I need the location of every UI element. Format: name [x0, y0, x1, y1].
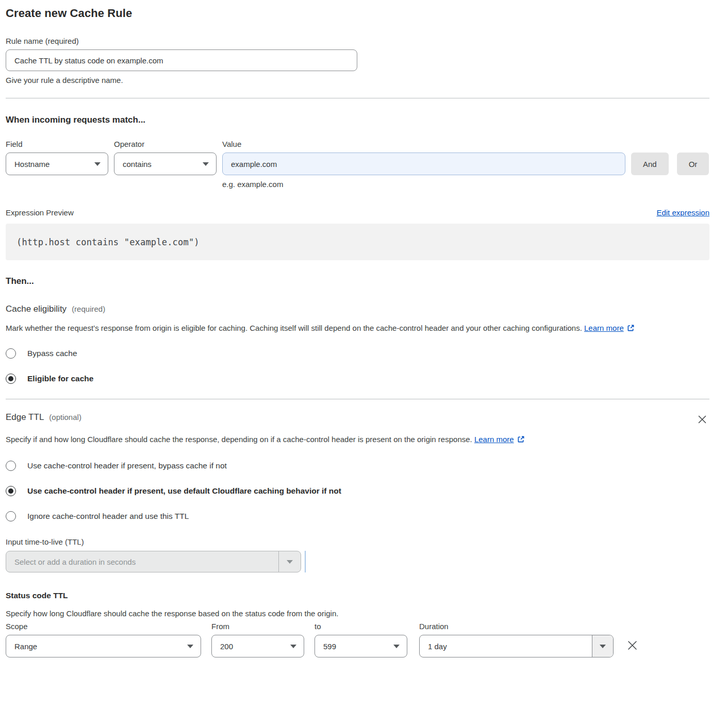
expression-preview-box: (http.host contains "example.com") [6, 224, 709, 260]
external-link-icon [517, 435, 525, 443]
external-link-icon [627, 324, 635, 332]
field-select-value: Hostname [14, 160, 94, 168]
radio-button-unchecked[interactable] [6, 348, 16, 359]
chevron-down-icon [393, 645, 400, 648]
ttl-duration-placeholder: Select or add a duration in seconds [6, 558, 278, 566]
page-title: Create new Cache Rule [6, 7, 709, 20]
ttl-duration-caret-button[interactable] [278, 551, 301, 572]
or-button[interactable]: Or [677, 153, 709, 175]
operator-label: Operator [114, 140, 217, 148]
cache-eligibility-description: Mark whether the request’s response from… [6, 324, 582, 332]
edge-ttl-close-button[interactable] [695, 412, 709, 427]
edge-ttl-optional-badge: (optional) [49, 413, 81, 421]
cache-eligibility-heading: Cache eligibility [6, 304, 67, 314]
radio-option-label: Bypass cache [27, 349, 77, 358]
radio-option-bypass-cache[interactable]: Bypass cache [6, 348, 709, 359]
radio-option-label: Eligible for cache [27, 374, 93, 383]
divider [6, 98, 709, 98]
edge-ttl-heading: Edge TTL [6, 412, 44, 422]
from-select-value: 200 [220, 642, 290, 651]
radio-option-label: Ignore cache-control header and use this… [27, 512, 189, 521]
field-select[interactable]: Hostname [6, 153, 108, 175]
rule-name-input[interactable] [6, 49, 357, 71]
cache-eligibility-learn-more-link[interactable]: Learn more [584, 324, 624, 332]
duration-caret-button[interactable] [592, 635, 613, 657]
divider [6, 399, 709, 399]
chevron-down-icon [94, 162, 101, 166]
duration-label: Duration [419, 622, 614, 631]
to-select[interactable]: 599 [315, 635, 407, 657]
chevron-down-icon [600, 645, 606, 648]
radio-button-unchecked[interactable] [6, 461, 16, 471]
edit-expression-link[interactable]: Edit expression [656, 208, 709, 217]
to-label: to [315, 622, 407, 631]
radio-option-ignore-header[interactable]: Ignore cache-control header and use this… [6, 511, 709, 521]
duration-select[interactable]: 1 day [419, 635, 614, 657]
radio-button-unchecked[interactable] [6, 511, 16, 521]
radio-option-label: Use cache-control header if present, use… [27, 486, 341, 496]
value-input[interactable] [222, 153, 625, 175]
remove-status-code-ttl-button[interactable] [624, 637, 640, 653]
field-label: Field [6, 140, 108, 148]
chevron-down-icon [290, 645, 296, 648]
from-select[interactable]: 200 [211, 635, 304, 657]
scope-select[interactable]: Range [6, 635, 201, 657]
chevron-down-icon [287, 560, 293, 564]
scope-select-value: Range [14, 642, 187, 651]
status-code-ttl-heading: Status code TTL [6, 591, 709, 600]
expression-preview-label: Expression Preview [6, 208, 74, 217]
value-label: Value [222, 140, 625, 148]
text-cursor [305, 551, 306, 572]
edge-ttl-learn-more-link[interactable]: Learn more [474, 435, 514, 444]
and-button[interactable]: And [631, 153, 669, 175]
ttl-duration-select[interactable]: Select or add a duration in seconds [6, 551, 301, 572]
edge-ttl-description: Specify if and how long Cloudflare shoul… [6, 435, 472, 444]
duration-select-value: 1 day [420, 642, 592, 651]
chevron-down-icon [187, 645, 193, 648]
ttl-input-label: Input time-to-live (TTL) [6, 537, 709, 546]
chevron-down-icon [203, 162, 209, 166]
radio-option-label: Use cache-control header if present, byp… [27, 461, 227, 470]
operator-select[interactable]: contains [114, 153, 217, 175]
radio-option-use-header-bypass[interactable]: Use cache-control header if present, byp… [6, 461, 709, 471]
radio-option-eligible-for-cache[interactable]: Eligible for cache [6, 374, 709, 384]
scope-label: Scope [6, 622, 201, 631]
rule-name-help: Give your rule a descriptive name. [6, 76, 709, 85]
value-help: e.g. example.com [222, 180, 709, 189]
match-heading: When incoming requests match... [6, 115, 709, 125]
radio-option-use-header-default[interactable]: Use cache-control header if present, use… [6, 486, 709, 496]
expression-code: (http.host contains "example.com") [16, 237, 200, 247]
to-select-value: 599 [323, 642, 393, 651]
close-icon [626, 639, 638, 651]
cache-eligibility-required-badge: (required) [72, 305, 105, 313]
status-code-ttl-description: Specify how long Cloudflare should cache… [6, 606, 697, 621]
then-heading: Then... [6, 276, 709, 286]
radio-button-checked[interactable] [6, 486, 16, 496]
radio-button-checked[interactable] [6, 374, 16, 384]
operator-select-value: contains [123, 160, 203, 168]
from-label: From [211, 622, 304, 631]
rule-name-label: Rule name (required) [6, 37, 79, 45]
close-icon [697, 414, 707, 425]
create-cache-rule-form: Create new Cache Rule Rule name (require… [0, 0, 728, 657]
